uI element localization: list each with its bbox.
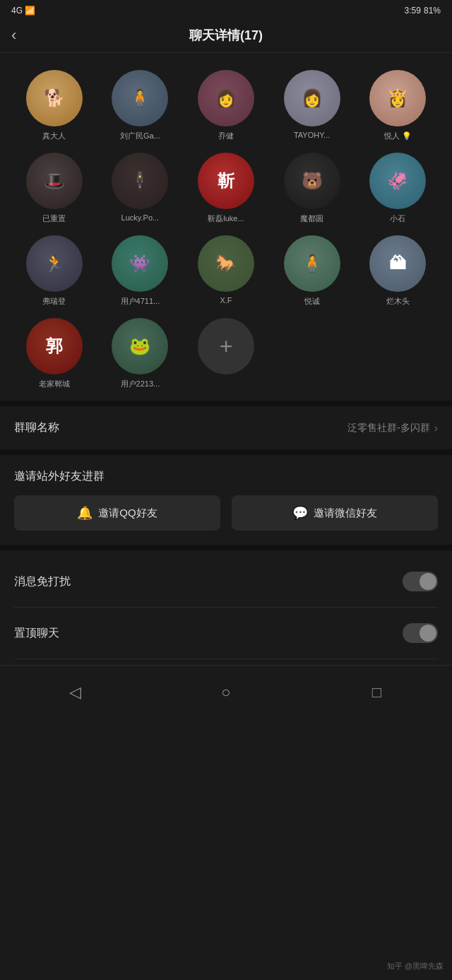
member-avatar-3: 👩 xyxy=(198,70,254,126)
member-item-12[interactable]: 👾用户4711... xyxy=(100,235,181,307)
member-name-14: 悦诚 xyxy=(304,296,320,307)
member-name-6: 已重置 xyxy=(42,213,66,224)
plus-icon: + xyxy=(220,335,233,358)
member-avatar-11: 🏃 xyxy=(26,235,83,292)
members-grid: 🐕真大人🧍刘广民Ga...👩乔健👩TAYOHY...👸悦人 💡🎩已重置🕴Luck… xyxy=(14,70,438,389)
member-name-15: 烂木头 xyxy=(386,296,410,307)
invite-buttons: 🔔 邀请QQ好友 💬 邀请微信好友 xyxy=(14,495,438,531)
bottom-nav: ◁ ○ □ xyxy=(0,665,452,725)
member-avatar-2: 🧍 xyxy=(112,70,168,126)
member-item-5[interactable]: 👸悦人 💡 xyxy=(357,70,438,141)
group-name-label: 群聊名称 xyxy=(14,420,59,435)
watermark: 知乎 @黑啤先森 xyxy=(387,961,444,972)
member-name-5: 悦人 💡 xyxy=(384,131,412,141)
member-item-16[interactable]: 郭老家郸城 xyxy=(14,318,95,389)
settings-section: 群聊名称 泛零售社群-多闪群 › xyxy=(0,406,452,449)
invite-wechat-label: 邀请微信好友 xyxy=(314,507,377,520)
invite-title: 邀请站外好友进群 xyxy=(14,469,438,484)
nav-home-icon: ○ xyxy=(221,683,230,702)
member-name-10: 小石 xyxy=(390,213,405,224)
toggle-row-1[interactable]: 置顶聊天 xyxy=(14,608,438,659)
status-right: 3:59 81% xyxy=(405,6,441,16)
invite-section: 邀请站外好友进群 🔔 邀请QQ好友 💬 邀请微信好友 xyxy=(0,455,452,545)
member-avatar-16: 郭 xyxy=(26,318,83,374)
member-item-9[interactable]: 🐻魔都圆 xyxy=(272,153,352,224)
member-name-11: 弗瑞登 xyxy=(42,296,66,307)
status-bar: 4G 📶 3:59 81% xyxy=(0,0,452,18)
qq-icon: 🔔 xyxy=(77,505,93,521)
member-avatar-4: 👩 xyxy=(284,70,340,126)
member-name-4: TAYOHY... xyxy=(294,131,330,139)
member-avatar-9: 🐻 xyxy=(284,153,340,209)
member-avatar-5: 👸 xyxy=(369,70,426,126)
members-section: 🐕真大人🧍刘广民Ga...👩乔健👩TAYOHY...👸悦人 💡🎩已重置🕴Luck… xyxy=(0,53,452,401)
member-name-16: 老家郸城 xyxy=(39,379,70,389)
invite-wechat-button[interactable]: 💬 邀请微信好友 xyxy=(232,495,438,531)
member-item-11[interactable]: 🏃弗瑞登 xyxy=(14,235,95,307)
member-avatar-14: 🧍 xyxy=(284,235,340,292)
member-avatar-13: 🐎 xyxy=(198,235,254,292)
member-name-12: 用户4711... xyxy=(121,296,160,307)
member-name-1: 真大人 xyxy=(42,131,66,141)
status-signal: 4G 📶 xyxy=(11,6,35,16)
toggle-section: 消息免打扰置顶聊天 xyxy=(0,556,452,659)
page-title: 聊天详情(17) xyxy=(189,27,263,44)
member-item-6[interactable]: 🎩已重置 xyxy=(14,153,95,224)
nav-home-button[interactable]: ○ xyxy=(210,677,242,708)
member-avatar-6: 🎩 xyxy=(26,153,83,209)
member-item-10[interactable]: 🦑小石 xyxy=(357,153,438,224)
nav-back-icon: ◁ xyxy=(69,683,81,702)
member-avatar-7: 🕴 xyxy=(112,153,168,209)
member-avatar-8: 靳 xyxy=(198,153,254,209)
member-name-7: Lucky.Po... xyxy=(121,213,160,222)
status-battery: 81% xyxy=(424,6,441,16)
member-name-3: 乔健 xyxy=(218,131,234,141)
member-name-13: X.F xyxy=(220,296,232,305)
member-item-15[interactable]: 🏔烂木头 xyxy=(357,235,438,307)
nav-recent-button[interactable]: □ xyxy=(361,677,392,708)
group-name-value: 泛零售社群-多闪群 › xyxy=(347,422,438,435)
add-member-item[interactable]: + xyxy=(186,318,266,389)
invite-qq-button[interactable]: 🔔 邀请QQ好友 xyxy=(14,495,220,531)
member-item-8[interactable]: 靳靳磊luke... xyxy=(186,153,266,224)
toggle-switch-1[interactable] xyxy=(403,623,438,643)
group-name-row[interactable]: 群聊名称 泛零售社群-多闪群 › xyxy=(14,406,438,449)
add-member-button[interactable]: + xyxy=(198,318,254,374)
invite-qq-label: 邀请QQ好友 xyxy=(98,507,157,520)
member-avatar-17: 🐸 xyxy=(112,318,168,374)
member-item-17[interactable]: 🐸用户2213... xyxy=(100,318,181,389)
member-avatar-1: 🐕 xyxy=(26,70,83,126)
wechat-icon: 💬 xyxy=(292,505,308,521)
header: ‹ 聊天详情(17) xyxy=(0,18,452,53)
member-avatar-15: 🏔 xyxy=(369,235,426,292)
divider-1 xyxy=(0,401,452,406)
member-item-1[interactable]: 🐕真大人 xyxy=(14,70,95,141)
back-button[interactable]: ‹ xyxy=(11,26,16,45)
member-avatar-12: 👾 xyxy=(112,235,168,292)
member-item-4[interactable]: 👩TAYOHY... xyxy=(272,70,352,141)
member-avatar-10: 🦑 xyxy=(369,153,426,209)
divider-2 xyxy=(0,449,452,455)
member-name-2: 刘广民Ga... xyxy=(120,131,160,141)
toggle-label-1: 置顶聊天 xyxy=(14,626,59,641)
status-time: 3:59 xyxy=(405,6,421,16)
member-item-3[interactable]: 👩乔健 xyxy=(186,70,266,141)
toggle-label-0: 消息免打扰 xyxy=(14,574,71,589)
member-name-9: 魔都圆 xyxy=(300,213,323,224)
member-name-17: 用户2213... xyxy=(121,379,160,389)
member-item-14[interactable]: 🧍悦诚 xyxy=(272,235,352,307)
member-item-2[interactable]: 🧍刘广民Ga... xyxy=(100,70,181,141)
nav-recent-icon: □ xyxy=(372,683,381,702)
nav-back-button[interactable]: ◁ xyxy=(60,677,91,708)
member-item-7[interactable]: 🕴Lucky.Po... xyxy=(100,153,181,224)
toggle-switch-0[interactable] xyxy=(403,572,438,591)
member-item-13[interactable]: 🐎X.F xyxy=(186,235,266,307)
chevron-right-icon: › xyxy=(434,422,438,435)
divider-3 xyxy=(0,545,452,550)
member-name-8: 靳磊luke... xyxy=(208,213,244,224)
toggle-row-0[interactable]: 消息免打扰 xyxy=(14,556,438,608)
